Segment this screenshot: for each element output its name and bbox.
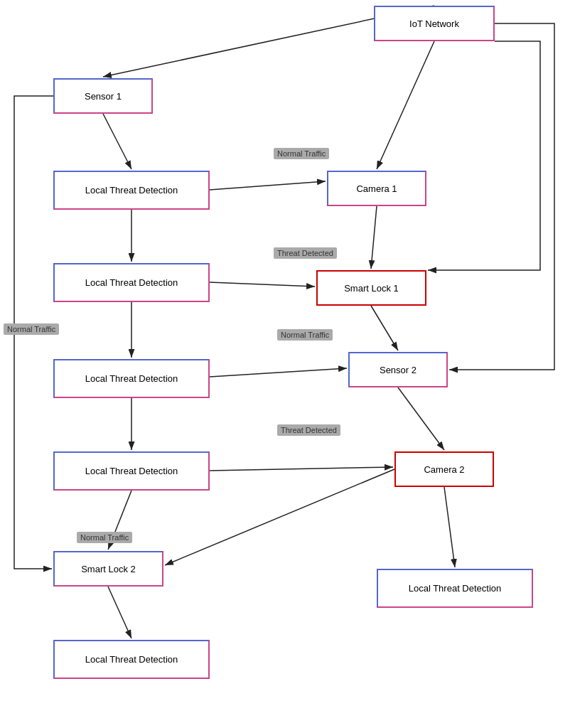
node-smart-lock1: Smart Lock 1	[316, 270, 426, 306]
svg-line-13	[210, 181, 326, 190]
node-camera1: Camera 1	[327, 171, 426, 206]
svg-line-2	[377, 41, 434, 169]
svg-line-10	[371, 306, 398, 350]
svg-line-15	[210, 368, 347, 377]
sensor2-label: Sensor 2	[380, 365, 417, 375]
svg-line-3	[103, 114, 131, 169]
svg-line-9	[371, 206, 377, 269]
diagram-container: IoT Network Sensor 1 Local Threat Detect…	[0, 0, 575, 728]
svg-line-12	[444, 487, 455, 567]
node-ltd3: Local Threat Detection	[53, 359, 210, 398]
node-smart-lock2: Smart Lock 2	[53, 551, 163, 587]
label-threat-detected1: Threat Detected	[274, 247, 337, 259]
ltd5-label: Local Threat Detection	[85, 654, 178, 665]
svg-line-14	[210, 282, 315, 287]
node-sensor1: Sensor 1	[53, 78, 153, 114]
node-ltd4: Local Threat Detection	[53, 451, 210, 491]
label-threat-detected2: Threat Detected	[277, 424, 340, 436]
node-camera2: Camera 2	[394, 451, 494, 487]
svg-line-8	[108, 587, 131, 638]
smart-lock2-label: Smart Lock 2	[81, 564, 136, 574]
smart-lock1-label: Smart Lock 1	[344, 283, 399, 294]
node-iot-network: IoT Network	[374, 6, 495, 41]
ltd6-label: Local Threat Detection	[409, 583, 502, 594]
ltd2-label: Local Threat Detection	[85, 277, 178, 288]
ltd4-label: Local Threat Detection	[85, 466, 178, 476]
svg-line-11	[398, 387, 444, 450]
label-normal-traffic4: Normal Traffic	[77, 532, 132, 543]
node-ltd6: Local Threat Detection	[377, 569, 533, 608]
node-ltd2: Local Threat Detection	[53, 263, 210, 302]
node-ltd5: Local Threat Detection	[53, 640, 210, 679]
camera2-label: Camera 2	[424, 464, 464, 475]
svg-line-16	[210, 467, 393, 471]
camera1-label: Camera 1	[356, 183, 397, 194]
node-ltd1: Local Threat Detection	[53, 171, 210, 210]
label-normal-traffic1: Normal Traffic	[274, 148, 329, 159]
label-normal-traffic3: Normal Traffic	[4, 323, 59, 335]
sensor1-label: Sensor 1	[85, 91, 122, 102]
ltd1-label: Local Threat Detection	[85, 185, 178, 196]
label-normal-traffic2: Normal Traffic	[277, 329, 333, 341]
iot-network-label: IoT Network	[409, 18, 459, 29]
node-sensor2: Sensor 2	[348, 352, 448, 387]
ltd3-label: Local Threat Detection	[85, 373, 178, 384]
